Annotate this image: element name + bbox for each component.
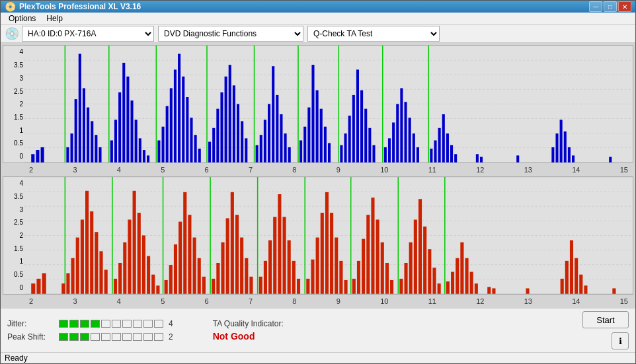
svg-rect-27: [126, 77, 129, 163]
svg-rect-84: [372, 145, 375, 163]
svg-rect-168: [259, 277, 262, 294]
peak-seg-6: [112, 333, 121, 341]
svg-rect-159: [216, 263, 219, 294]
svg-rect-20: [95, 135, 97, 163]
svg-rect-89: [396, 104, 399, 163]
top-x-axis: 2 3 4 5 6 7 8 9 10 11 12 13 14 15: [3, 165, 633, 174]
svg-rect-71: [316, 91, 319, 163]
svg-rect-127: [66, 273, 69, 294]
svg-rect-152: [183, 192, 186, 294]
svg-rect-174: [288, 240, 291, 294]
svg-rect-123: [36, 279, 40, 294]
svg-rect-53: [237, 104, 239, 163]
svg-rect-164: [240, 238, 243, 294]
svg-rect-96: [430, 149, 432, 163]
svg-rect-218: [561, 279, 564, 294]
maximize-button[interactable]: □: [604, 1, 617, 12]
svg-rect-13: [66, 147, 69, 163]
svg-rect-83: [368, 128, 371, 163]
jitter-seg-2: [69, 320, 79, 328]
svg-rect-28: [130, 101, 133, 163]
svg-rect-145: [151, 275, 155, 294]
svg-rect-99: [442, 114, 445, 163]
jitter-seg-9: [143, 320, 153, 328]
svg-rect-17: [83, 89, 85, 163]
svg-rect-103: [476, 155, 479, 163]
status-text: Ready: [5, 353, 28, 363]
svg-rect-9: [31, 155, 34, 163]
svg-rect-82: [364, 109, 367, 163]
svg-rect-220: [570, 240, 573, 294]
svg-rect-64: [284, 133, 287, 163]
peak-shift-label: Peak Shift:: [7, 332, 54, 342]
app-title: PlexTools Professional XL V3.16: [19, 2, 141, 11]
svg-rect-217: [526, 289, 529, 294]
svg-rect-72: [320, 109, 323, 163]
bottom-panel: Jitter: 4 Peak Shift:: [1, 308, 635, 352]
svg-rect-215: [487, 287, 491, 294]
svg-rect-21: [99, 147, 101, 163]
svg-rect-128: [71, 258, 75, 294]
metrics-section: Jitter: 4 Peak Shift:: [7, 319, 173, 342]
svg-rect-40: [182, 77, 184, 163]
svg-rect-111: [572, 156, 575, 163]
start-button[interactable]: Start: [582, 311, 629, 328]
svg-rect-156: [202, 277, 206, 294]
svg-rect-143: [142, 236, 145, 294]
test-select[interactable]: Q-Check TA Test: [307, 26, 440, 42]
peak-seg-7: [122, 333, 132, 341]
svg-rect-135: [104, 270, 108, 294]
function-select[interactable]: DVD Diagnostic Functions: [158, 26, 303, 42]
svg-rect-79: [352, 95, 355, 163]
menu-options[interactable]: Options: [3, 13, 41, 24]
svg-rect-105: [516, 156, 519, 163]
info-button[interactable]: ℹ: [612, 332, 629, 349]
jitter-seg-4: [91, 320, 100, 328]
svg-rect-23: [110, 141, 113, 163]
actions-section: Start ℹ: [582, 311, 629, 349]
svg-rect-47: [212, 128, 215, 163]
svg-rect-11: [41, 147, 44, 163]
svg-rect-10: [36, 150, 39, 163]
svg-rect-202: [418, 199, 422, 293]
svg-rect-204: [428, 249, 431, 294]
svg-rect-158: [212, 279, 215, 294]
svg-rect-122: [31, 283, 35, 294]
svg-rect-29: [135, 120, 138, 163]
svg-rect-68: [303, 127, 306, 163]
svg-rect-69: [307, 108, 310, 163]
minimize-button[interactable]: ─: [589, 1, 602, 12]
svg-rect-188: [352, 279, 356, 294]
svg-rect-199: [404, 263, 407, 294]
peak-shift-value: 2: [169, 332, 173, 342]
svg-rect-76: [340, 145, 342, 163]
svg-rect-44: [198, 149, 201, 163]
jitter-seg-7: [122, 320, 132, 328]
svg-rect-37: [170, 89, 173, 163]
svg-rect-106: [551, 147, 554, 163]
svg-rect-190: [362, 239, 365, 294]
svg-rect-171: [273, 217, 276, 293]
close-button[interactable]: ✕: [618, 1, 631, 12]
svg-rect-178: [306, 279, 309, 294]
svg-rect-148: [165, 280, 168, 294]
svg-rect-142: [138, 213, 141, 294]
svg-rect-43: [194, 135, 197, 163]
jitter-seg-6: [112, 320, 121, 328]
svg-rect-201: [414, 220, 417, 294]
svg-rect-154: [193, 238, 196, 294]
app-icon: 📀: [5, 1, 16, 12]
svg-rect-109: [564, 131, 567, 163]
bottom-x-labels: 2 3 4 5 6 7 8 9 10 11 12 13 14 15: [26, 297, 631, 306]
svg-rect-73: [324, 127, 327, 163]
jitter-row: Jitter: 4: [7, 319, 173, 328]
svg-rect-32: [147, 156, 149, 163]
status-bar: Ready: [1, 352, 635, 363]
svg-rect-194: [381, 242, 384, 294]
jitter-value: 4: [169, 319, 173, 328]
svg-rect-107: [555, 133, 558, 163]
drive-select[interactable]: HA:0 ID:0 PX-716A: [22, 26, 154, 42]
svg-rect-55: [245, 139, 247, 163]
svg-rect-200: [409, 242, 413, 294]
menu-help[interactable]: Help: [41, 13, 68, 24]
